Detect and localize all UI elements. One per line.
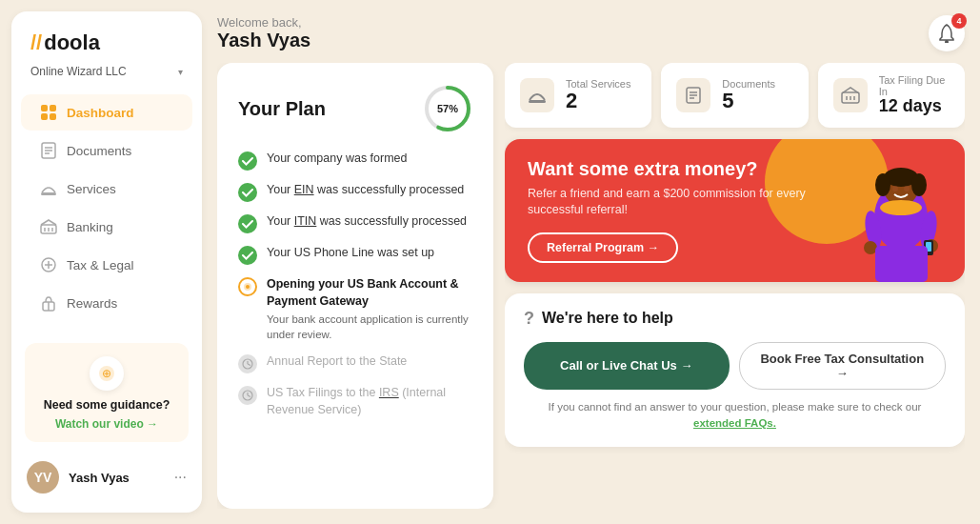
plan-item-3: Your ITIN was successfully processed <box>238 213 472 233</box>
sidebar-item-label-services: Services <box>67 182 116 196</box>
sidebar-item-services[interactable]: Services <box>21 171 192 207</box>
plan-item-text-4: Your US Phone Line was set up <box>267 245 434 262</box>
stats-row: Total Services 2 Documents 5 <box>505 63 965 128</box>
stat-card-services: Total Services 2 <box>505 63 651 128</box>
stat-info-documents: Documents 5 <box>722 78 775 112</box>
svg-point-50 <box>904 186 910 191</box>
progress-label: 57% <box>437 103 458 114</box>
user-more-button[interactable]: ··· <box>174 469 187 486</box>
stat-value-documents: 5 <box>722 90 775 112</box>
clock-icon-7 <box>238 386 257 405</box>
plan-item-7: US Tax Filings to the IRS (Internal Reve… <box>238 385 472 418</box>
plan-header: Your Plan 57% <box>238 84 472 133</box>
stat-card-tax: Tax Filing Due In 12 days <box>818 63 965 128</box>
referral-description: Refer a friend and earn a $200 commissio… <box>528 186 813 219</box>
right-column: Total Services 2 Documents 5 <box>505 63 965 509</box>
tax-legal-icon <box>40 256 57 273</box>
watch-video-link[interactable]: Watch our video → <box>55 417 158 431</box>
stat-label-services: Total Services <box>566 78 630 90</box>
svg-point-23 <box>238 151 257 171</box>
svg-rect-1 <box>50 105 56 111</box>
plan-item-text-2: Your EIN was successfully processed <box>267 182 464 199</box>
svg-text:⊕: ⊕ <box>102 367 111 380</box>
referral-person-illustration <box>849 158 953 282</box>
clock-icon-6 <box>238 354 257 373</box>
svg-point-24 <box>238 183 257 202</box>
plan-title: Your Plan <box>238 98 326 120</box>
svg-point-51 <box>880 200 922 215</box>
svg-rect-0 <box>41 105 48 111</box>
svg-point-48 <box>911 173 927 196</box>
stat-value-services: 2 <box>566 90 630 112</box>
progress-circle: 57% <box>423 84 472 133</box>
help-title: We're here to help <box>542 310 673 327</box>
logo-text: doola <box>44 30 100 55</box>
sidebar-item-rewards[interactable]: Rewards <box>21 285 192 321</box>
dashboard-icon <box>40 104 57 121</box>
plan-item-1: Your company was formed <box>238 151 472 171</box>
sidebar-item-tax-legal[interactable]: Tax & Legal <box>21 247 192 283</box>
plan-item-text-3: Your ITIN was successfully processed <box>267 213 467 231</box>
svg-rect-58 <box>875 246 928 282</box>
services-stat-icon <box>520 78 554 112</box>
company-selector[interactable]: Online Wizard LLC ▾ <box>11 61 202 93</box>
sidebar-item-banking[interactable]: Banking <box>21 209 192 245</box>
referral-card: Want some extra money? Refer a friend an… <box>505 139 965 282</box>
tax-consultation-button[interactable]: Book Free Tax Consultation → <box>739 342 947 390</box>
stat-card-documents: Documents 5 <box>661 63 808 128</box>
sidebar-item-dashboard[interactable]: Dashboard <box>21 94 192 131</box>
services-icon <box>40 180 57 197</box>
documents-stat-icon <box>676 78 710 112</box>
rewards-icon <box>40 294 57 312</box>
chevron-down-icon: ▾ <box>178 67 183 77</box>
svg-rect-3 <box>50 113 56 120</box>
guidance-title: Need some guidance? <box>44 398 170 412</box>
stat-info-services: Total Services 2 <box>566 78 630 112</box>
plan-item-text-1: Your company was formed <box>267 151 408 168</box>
stat-info-tax: Tax Filing Due In 12 days <box>879 74 950 116</box>
notification-button[interactable]: 4 <box>929 15 965 51</box>
svg-line-34 <box>248 395 250 397</box>
sidebar-user: YV Yash Vyas ··· <box>11 453 202 497</box>
svg-point-26 <box>238 246 257 265</box>
sidebar: // doola Online Wizard LLC ▾ Dashboard D… <box>11 11 202 513</box>
stat-label-documents: Documents <box>722 78 775 90</box>
banking-icon <box>40 218 57 235</box>
extended-faqs-link[interactable]: extended FAQs. <box>693 417 776 429</box>
svg-point-54 <box>864 241 877 254</box>
sidebar-item-label-banking: Banking <box>67 220 113 234</box>
help-buttons: Call or Live Chat Us → Book Free Tax Con… <box>524 342 946 390</box>
plan-item-5: Opening your US Bank Account & Payment G… <box>238 276 472 342</box>
plan-item-text-5: Opening your US Bank Account & Payment G… <box>267 276 472 310</box>
stat-value-tax: 12 days <box>879 97 950 116</box>
svg-rect-8 <box>41 192 56 195</box>
avatar: YV <box>27 461 59 494</box>
sidebar-item-documents[interactable]: Documents <box>21 132 192 169</box>
check-icon-3 <box>238 214 257 233</box>
logo-slashes: // <box>30 32 42 53</box>
sidebar-item-label-tax-legal: Tax & Legal <box>67 258 134 272</box>
svg-rect-35 <box>529 100 546 103</box>
plan-item-4: Your US Phone Line was set up <box>238 245 472 265</box>
logo: // doola <box>11 30 202 61</box>
chat-button[interactable]: Call or Live Chat Us → <box>524 342 730 390</box>
header: Welcome back, Yash Vyas 4 <box>217 15 965 51</box>
check-icon-1 <box>238 151 257 171</box>
sidebar-item-label-rewards: Rewards <box>67 296 117 311</box>
plan-item-5-content: Opening your US Bank Account & Payment G… <box>267 276 472 342</box>
svg-line-31 <box>248 364 250 366</box>
referral-button[interactable]: Referral Program → <box>528 232 678 263</box>
help-footer-text: If you cannot find an answer to your que… <box>549 401 922 413</box>
welcome-section: Welcome back, Yash Vyas <box>217 15 310 51</box>
plan-item-text-7: US Tax Filings to the IRS (Internal Reve… <box>267 385 472 418</box>
pending-icon <box>238 277 257 296</box>
main-content: Welcome back, Yash Vyas 4 Your Plan 57 <box>202 0 980 524</box>
help-card: ? We're here to help Call or Live Chat U… <box>505 293 965 448</box>
sidebar-item-label-dashboard: Dashboard <box>67 106 134 120</box>
svg-point-25 <box>238 214 257 233</box>
plan-item-6: Annual Report to the State <box>238 353 472 373</box>
notification-badge: 4 <box>951 13 967 29</box>
svg-point-49 <box>892 186 898 191</box>
content-row: Your Plan 57% Your company was formed <box>217 63 965 509</box>
tax-stat-icon <box>833 78 868 112</box>
